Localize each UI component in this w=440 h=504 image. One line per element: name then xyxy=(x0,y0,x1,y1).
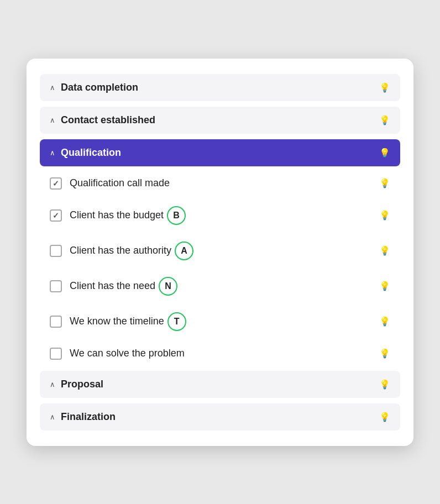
chevron-icon: ∧ xyxy=(50,116,55,124)
bulb-icon: 💡 xyxy=(379,316,390,327)
item-label: Client has the budget xyxy=(70,209,164,221)
chevron-icon: ∧ xyxy=(50,83,55,92)
checklist-item-client-budget: ✓ Client has the budget B 💡 xyxy=(40,201,400,230)
item-label: Client has the authority xyxy=(70,245,171,256)
section-label: Qualification xyxy=(61,147,374,159)
checkmark-icon: ✓ xyxy=(53,179,59,188)
bulb-icon: 💡 xyxy=(379,281,390,291)
chevron-icon: ∧ xyxy=(50,149,55,157)
bulb-icon: 💡 xyxy=(379,210,390,221)
section-label: Finalization xyxy=(61,411,374,423)
bulb-icon: 💡 xyxy=(379,178,390,188)
item-badge-b: B xyxy=(167,206,186,225)
checkmark-icon: ✓ xyxy=(53,211,59,220)
section-label: Proposal xyxy=(61,379,374,390)
checklist-item-qualification-call: ✓ Qualification call made 💡 xyxy=(40,172,400,195)
item-text: Qualification call made xyxy=(70,177,369,189)
checklist-item-client-need: Client has the need N 💡 xyxy=(40,271,400,301)
item-text: We can solve the problem xyxy=(70,348,369,359)
bulb-icon: 💡 xyxy=(379,348,390,359)
item-badge-t: T xyxy=(167,312,186,331)
bulb-icon: 💡 xyxy=(379,115,390,125)
bulb-icon: 💡 xyxy=(379,245,390,256)
section-finalization[interactable]: ∧ Finalization 💡 xyxy=(40,403,400,431)
chevron-icon: ∧ xyxy=(50,413,55,421)
bulb-icon: 💡 xyxy=(379,82,390,93)
checklist-item-solve-problem: We can solve the problem 💡 xyxy=(40,342,400,365)
item-badge-a: A xyxy=(175,242,193,260)
section-qualification[interactable]: ∧ Qualification 💡 xyxy=(40,139,400,166)
checkbox-qualification-call[interactable]: ✓ xyxy=(50,177,62,190)
checkbox-client-authority[interactable] xyxy=(50,245,62,257)
checklist-item-client-authority: Client has the authority A 💡 xyxy=(40,236,400,266)
checkbox-client-budget[interactable]: ✓ xyxy=(50,209,62,222)
section-label: Contact established xyxy=(61,114,374,126)
item-text: Client has the need N xyxy=(70,277,369,296)
item-text: We know the timeline T xyxy=(70,312,369,331)
section-contact-established[interactable]: ∧ Contact established 💡 xyxy=(40,107,400,134)
item-label: Qualification call made xyxy=(70,177,170,189)
section-data-completion[interactable]: ∧ Data completion 💡 xyxy=(40,74,400,101)
item-label: We can solve the problem xyxy=(70,348,185,359)
section-proposal[interactable]: ∧ Proposal 💡 xyxy=(40,371,400,398)
checklist-item-timeline: We know the timeline T 💡 xyxy=(40,307,400,337)
bulb-icon: 💡 xyxy=(379,379,390,390)
section-label: Data completion xyxy=(61,82,374,93)
item-badge-n: N xyxy=(159,277,177,296)
chevron-icon: ∧ xyxy=(50,380,55,389)
item-text: Client has the budget B xyxy=(70,206,369,225)
item-label: Client has the need xyxy=(70,280,155,292)
item-text: Client has the authority A xyxy=(70,242,369,260)
checkbox-timeline[interactable] xyxy=(50,316,62,328)
main-card: ∧ Data completion 💡 ∧ Contact establishe… xyxy=(27,59,413,446)
item-label: We know the timeline xyxy=(70,316,164,327)
bulb-icon: 💡 xyxy=(379,412,390,422)
bulb-icon: 💡 xyxy=(379,148,390,158)
checkbox-client-need[interactable] xyxy=(50,280,62,292)
checkbox-solve-problem[interactable] xyxy=(50,348,62,360)
